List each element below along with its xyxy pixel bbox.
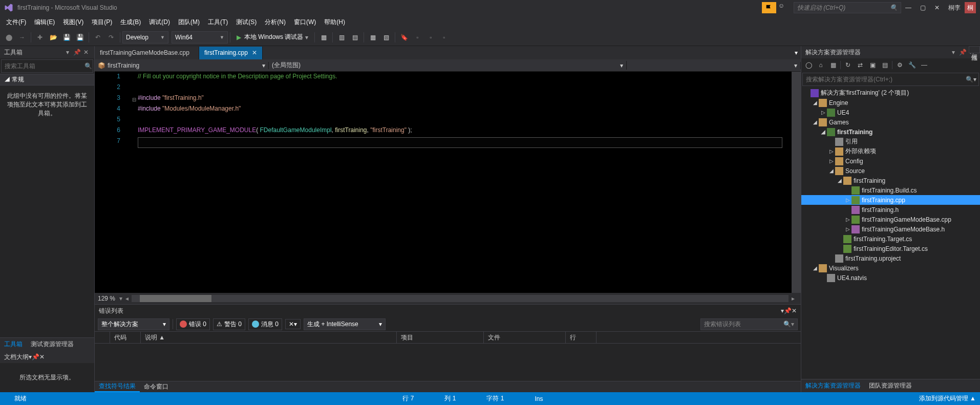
menu-item[interactable]: 分析(N) [261,16,290,28]
document-tab[interactable]: firstTraining.cpp✕ [199,47,263,59]
column-header[interactable]: 说明 ▲ [141,332,397,343]
panel-tab[interactable]: 工具箱 [0,338,27,351]
close-button[interactable]: ✕ [930,2,944,13]
tree-node[interactable]: 解决方案'firstTraining' (2 个项目) [801,88,980,98]
toolbar-icon[interactable]: ▤ [348,31,361,44]
maximize-button[interactable]: ▢ [915,2,930,13]
dropdown-icon[interactable]: ▾ [792,49,801,56]
menu-item[interactable]: 项目(P) [88,16,116,28]
config-combo[interactable]: Develop▼ [122,31,168,44]
tree-node[interactable]: ◢Source [801,166,980,176]
tree-node[interactable]: 引用 [801,137,980,146]
clear-filter[interactable]: ✕▾ [285,319,301,329]
column-header[interactable] [95,332,110,343]
panel-tab[interactable]: 测试资源管理器 [27,338,78,351]
tree-node[interactable]: firstTraining.Target.cs [801,234,980,244]
code-editor[interactable]: 1234567 ⊟ // Fill out your copyright not… [95,72,801,293]
zoom-combo[interactable]: 129 % [98,295,115,302]
menu-item[interactable]: 团队(M) [174,16,204,28]
member-combo-2[interactable]: ▾ [627,62,801,69]
tree-node[interactable]: ◢Visualizers [801,263,980,273]
member-combo[interactable]: (全局范围)▾ [269,61,627,70]
toolbar-icon[interactable]: ▦ [366,31,379,44]
properties-side-tab[interactable]: 属性 [969,46,980,53]
tree-node[interactable]: ▷firstTrainingGameModeBase.cpp [801,215,980,224]
user-avatar[interactable]: 桐 [965,2,976,13]
tree-node[interactable]: UE4.natvis [801,273,980,283]
column-header[interactable]: 文件 [484,332,566,343]
tree-node[interactable]: ◢Games [801,117,980,127]
build-combo[interactable]: 生成 + IntelliSense▾ [304,318,386,330]
toolbox-section-general[interactable]: ◢ 常规 [0,74,94,86]
document-tab[interactable]: firstTrainingGameModeBase.cpp [95,47,199,59]
tree-node[interactable]: ▷UE4 [801,108,980,117]
platform-combo[interactable]: Win64▼ [172,31,228,44]
warnings-filter[interactable]: ⚠警告 0 [213,318,245,330]
pin-icon[interactable]: 📌 [784,307,792,314]
notification-flag-icon[interactable] [762,2,776,13]
start-debug-button[interactable]: ▶本地 Windows 调试器 ▾ [232,31,312,44]
tree-node[interactable]: firstTraining.h [801,205,980,215]
minimize-button[interactable]: — [901,2,915,13]
tree-node[interactable]: ▷firstTrainingGameModeBase.h [801,224,980,234]
column-header[interactable]: 行 [566,332,596,343]
pin-icon[interactable]: 📌 [73,48,81,56]
tree-node[interactable]: ◢firstTraining [801,127,980,137]
home-icon[interactable]: ⌂ [816,60,826,70]
sync-icon[interactable]: ▦ [828,60,838,70]
error-search-input[interactable]: 搜索错误列表🔍▾ [700,318,798,330]
solution-search[interactable]: 🔍▾ [802,73,979,86]
column-header[interactable]: 代码 [110,332,141,343]
toolbox-search-input[interactable] [2,62,84,70]
solution-search-input[interactable] [803,76,966,83]
menu-item[interactable]: 生成(B) [116,16,145,28]
refresh-icon[interactable]: ↻ [843,60,853,70]
show-all-icon[interactable]: ▣ [867,60,878,70]
tree-node[interactable]: firstTraining.Build.cs [801,185,980,195]
scope-filter-combo[interactable]: 整个解决方案▾ [98,318,169,330]
open-button[interactable]: 📂 [47,31,60,44]
feedback-icon[interactable]: ☺ [778,2,790,13]
close-icon[interactable]: ✕ [82,48,90,56]
save-button[interactable]: 💾 [60,31,73,44]
tree-node[interactable]: ▷Config [801,156,980,166]
menu-item[interactable]: 文件(F) [2,16,30,28]
panel-tab[interactable]: 团队资源管理器 [865,379,916,392]
tree-node[interactable]: ◢firstTraining [801,176,980,185]
vertical-scrollbar[interactable] [792,72,801,293]
messages-filter[interactable]: 消息 0 [248,318,282,330]
quick-launch-input[interactable]: 快速启动 (Ctrl+Q)🔍 [794,2,901,13]
dropdown-icon[interactable]: ▾ [949,48,957,56]
tree-node[interactable]: ◢Engine [801,98,980,108]
nav-back-button[interactable]: ⬤ [2,31,15,44]
menu-item[interactable]: 视图(V) [59,16,88,28]
errors-filter[interactable]: 错误 0 [176,318,210,330]
panel-tab[interactable]: 解决方案资源管理器 [801,379,865,392]
bookmark-icon[interactable]: 🔖 [397,31,411,44]
pin-icon[interactable]: 📌 [958,48,967,56]
user-name[interactable]: 桐李 [948,4,961,12]
menu-item[interactable]: 工具(T) [204,16,232,28]
status-scm[interactable]: 添加到源代码管理 ▲ [919,394,976,403]
menu-item[interactable]: 调试(D) [145,16,174,28]
solution-tree[interactable]: 解决方案'firstTraining' (2 个项目)◢Engine▷UE4◢G… [801,87,980,379]
toolbar-icon[interactable]: ▧ [379,31,393,44]
toolbox-search[interactable]: 🔍 [1,59,93,73]
close-icon[interactable]: ✕ [792,307,797,314]
scope-combo[interactable]: 📦 firstTraining▾ [95,62,269,69]
back-icon[interactable]: ◯ [803,60,814,70]
column-header[interactable]: 项目 [397,332,484,343]
toolbar-icon[interactable]: ▦ [317,31,330,44]
tree-node[interactable]: firstTrainingEditor.Target.cs [801,244,980,253]
pin-icon[interactable]: 📌 [32,353,39,360]
menu-item[interactable]: 编辑(E) [30,16,59,28]
toolbar-icon[interactable]: ▥ [335,31,348,44]
properties-icon[interactable]: ⚙ [894,60,905,70]
save-all-button[interactable]: 💾 [73,31,87,44]
wrench-icon[interactable]: 🔧 [907,60,917,70]
collapse-icon[interactable]: ⇄ [855,60,865,70]
dropdown-icon[interactable]: ▾ [63,48,72,56]
close-icon[interactable]: ✕ [39,353,45,360]
tree-node[interactable]: ▷外部依赖项 [801,146,980,156]
properties-icon[interactable]: ▤ [880,60,890,70]
